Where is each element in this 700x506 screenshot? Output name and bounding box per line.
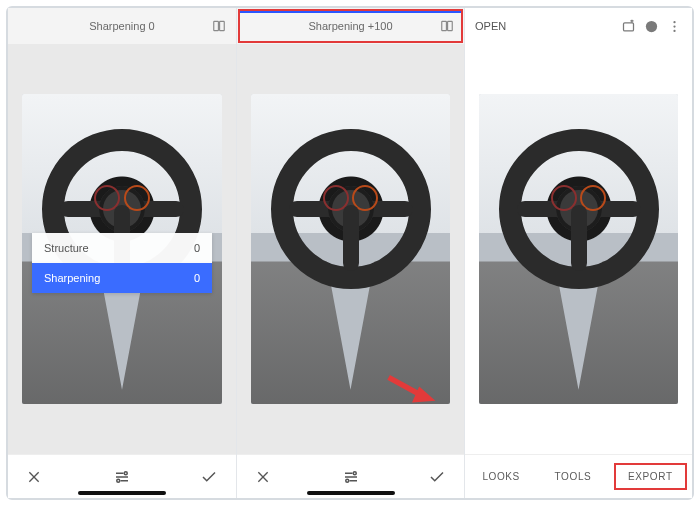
svg-point-6	[353, 471, 356, 474]
apply-button[interactable]	[428, 468, 446, 486]
add-photo-icon[interactable]	[621, 19, 636, 34]
more-icon[interactable]	[667, 19, 682, 34]
tutorial-three-panel: Sharpening 0 Structure 0 Sharpening 0	[6, 6, 694, 500]
panel-home: OPEN LOOKS TOOLS EXPORT	[464, 8, 692, 498]
image-preview[interactable]	[465, 44, 692, 454]
photo	[251, 94, 450, 404]
open-button[interactable]: OPEN	[475, 20, 506, 32]
svg-point-3	[117, 479, 120, 482]
home-indicator	[78, 491, 166, 495]
slider-label: Sharpening +100	[308, 20, 392, 32]
svg-point-7	[345, 479, 348, 482]
sharpening-value: 0	[194, 272, 200, 284]
sharpening-row[interactable]: Sharpening 0	[32, 263, 212, 293]
edit-toolbar	[237, 454, 464, 498]
svg-rect-1	[220, 21, 225, 30]
sharpening-label: Sharpening	[44, 272, 100, 284]
info-icon[interactable]	[644, 19, 659, 34]
panel-sharpening-zero: Sharpening 0 Structure 0 Sharpening 0	[8, 8, 236, 498]
svg-rect-4	[442, 21, 447, 30]
structure-value: 0	[194, 242, 200, 254]
nav-export[interactable]: EXPORT	[614, 463, 687, 490]
image-preview[interactable]	[237, 44, 464, 454]
slider-header[interactable]: Sharpening 0	[8, 8, 236, 44]
home-indicator	[307, 491, 395, 495]
svg-point-10	[673, 21, 675, 23]
svg-rect-5	[448, 21, 453, 30]
cancel-button[interactable]	[26, 469, 42, 485]
svg-point-2	[124, 471, 127, 474]
compare-icon[interactable]	[212, 19, 226, 33]
compare-icon[interactable]	[440, 19, 454, 33]
home-topbar: OPEN	[465, 8, 692, 44]
sliders-icon[interactable]	[342, 468, 360, 486]
apply-button[interactable]	[200, 468, 218, 486]
panel-sharpening-max: Sharpening +100	[236, 8, 464, 498]
slider-header[interactable]: Sharpening +100	[237, 8, 464, 44]
adjustments-overlay: Structure 0 Sharpening 0	[32, 233, 212, 293]
sliders-icon[interactable]	[113, 468, 131, 486]
svg-rect-0	[214, 21, 219, 30]
slider-fill	[240, 10, 461, 13]
edit-toolbar	[8, 454, 236, 498]
cancel-button[interactable]	[255, 469, 271, 485]
structure-row[interactable]: Structure 0	[32, 233, 212, 263]
nav-tools[interactable]: TOOLS	[543, 465, 604, 488]
home-bottom-nav: LOOKS TOOLS EXPORT	[465, 454, 692, 498]
svg-rect-8	[624, 22, 634, 30]
nav-looks[interactable]: LOOKS	[470, 465, 531, 488]
svg-point-12	[673, 29, 675, 31]
slider-label: Sharpening 0	[89, 20, 154, 32]
photo	[479, 94, 678, 404]
structure-label: Structure	[44, 242, 89, 254]
image-preview[interactable]: Structure 0 Sharpening 0	[8, 44, 236, 454]
svg-point-11	[673, 25, 675, 27]
svg-point-9	[646, 20, 657, 31]
